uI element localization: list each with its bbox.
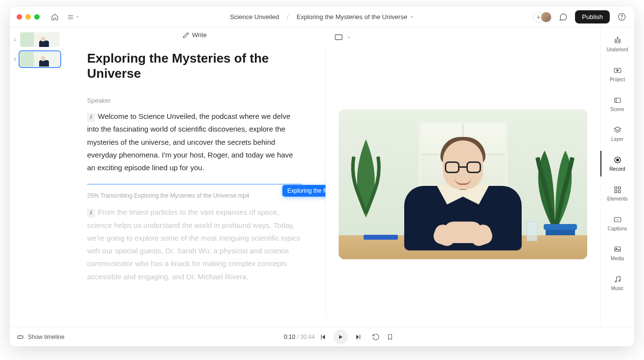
- script-editor[interactable]: Write Exploring the Mysteries of the Uni…: [64, 27, 325, 327]
- sidebar-item-layer[interactable]: Layer: [600, 124, 634, 144]
- minimize-window[interactable]: [25, 14, 31, 20]
- chevron-down-icon: [410, 15, 414, 19]
- svg-rect-31: [321, 335, 322, 339]
- scene-thumbnail-image: [20, 52, 60, 67]
- maximize-window[interactable]: [34, 14, 40, 20]
- scene-thumbnail-image: [20, 32, 60, 47]
- play-button[interactable]: [333, 330, 348, 344]
- sidebar-item-captions[interactable]: A Captions: [600, 213, 634, 233]
- skip-forward-button[interactable]: [351, 330, 366, 344]
- svg-marker-33: [356, 335, 359, 339]
- svg-rect-21: [618, 191, 621, 193]
- scene-number: 1: [14, 37, 18, 42]
- scene-thumbnail-2[interactable]: 2: [14, 52, 60, 67]
- skip-back-icon: [320, 334, 326, 340]
- slash-marker[interactable]: /: [87, 209, 95, 218]
- home-button[interactable]: [48, 11, 61, 23]
- svg-rect-5: [335, 35, 342, 40]
- preview-body: [334, 42, 592, 327]
- scene-number: 2: [14, 57, 18, 62]
- media-icon: [613, 245, 622, 254]
- editor-mode-write[interactable]: Write: [182, 31, 207, 39]
- close-window[interactable]: [17, 14, 22, 20]
- duration: 30:44: [300, 334, 315, 340]
- transcript-paragraph-2[interactable]: /From the tiniest particles to the vast …: [87, 206, 302, 283]
- topbar-right: + Publish: [533, 10, 627, 23]
- svg-rect-34: [360, 335, 360, 339]
- svg-rect-28: [18, 336, 23, 338]
- breadcrumb-current[interactable]: Exploring the Mysteries of the Universe: [297, 13, 414, 21]
- sidebar-label: Underlord: [607, 47, 628, 52]
- video-preview[interactable]: [339, 110, 587, 259]
- layers-icon: [613, 126, 622, 135]
- music-icon: [613, 275, 622, 284]
- sidebar-label: Record: [609, 166, 625, 172]
- write-tab-label: Write: [192, 31, 207, 39]
- svg-point-27: [619, 280, 620, 282]
- preview-layout-selector[interactable]: [334, 32, 592, 42]
- playback-controls: [316, 330, 366, 344]
- svg-marker-15: [614, 127, 621, 131]
- sidebar-label: Scene: [610, 107, 624, 112]
- center-panels: Write Exploring the Mysteries of the Uni…: [64, 27, 600, 327]
- breadcrumb-current-label: Exploring the Mysteries of the Universe: [297, 13, 407, 21]
- sidebar-item-media[interactable]: Media: [600, 243, 634, 263]
- loop-icon: [372, 333, 380, 341]
- sidebar-item-underlord[interactable]: Underlord: [600, 34, 634, 54]
- chevron-down-icon: [75, 15, 80, 19]
- slash-marker[interactable]: /: [87, 113, 95, 122]
- sidebar-label: Captions: [608, 226, 627, 231]
- document-title[interactable]: Exploring the Mysteries of the Universe: [87, 51, 302, 81]
- speaker-label: Speaker: [87, 97, 302, 104]
- bottom-bar: Show timeline 0:10 / 30:44: [10, 327, 634, 346]
- breadcrumb-separator: /: [287, 13, 289, 21]
- bookmark-button[interactable]: [387, 333, 393, 341]
- svg-point-7: [616, 41, 617, 42]
- loop-button[interactable]: [372, 333, 380, 341]
- chat-icon: [559, 13, 568, 22]
- skip-back-button[interactable]: [316, 330, 330, 344]
- play-icon: [338, 334, 344, 340]
- transcribe-status: 25% Transcribing Exploring the Mysteries…: [87, 192, 302, 199]
- sidebar-label: Elements: [607, 196, 628, 202]
- svg-rect-13: [615, 98, 621, 103]
- sidebar-label: Music: [611, 286, 623, 291]
- publish-button[interactable]: Publish: [575, 10, 610, 23]
- scene-thumbnail-1[interactable]: 1: [14, 32, 60, 47]
- sidebar-item-scene[interactable]: Scene: [600, 94, 634, 114]
- right-sidebar: Underlord Project Scene Layer Record Ele…: [600, 27, 634, 327]
- show-timeline-button[interactable]: Show timeline: [17, 333, 65, 340]
- user-avatar[interactable]: [541, 12, 552, 22]
- svg-point-17: [616, 159, 619, 161]
- sidebar-item-project[interactable]: Project: [600, 64, 634, 84]
- main-menu-button[interactable]: [64, 12, 83, 22]
- sidebar-label: Media: [611, 256, 624, 261]
- scene-icon: [613, 96, 622, 105]
- drag-clip-tooltip: Exploring the Mysteries of the Universe.…: [282, 185, 325, 197]
- svg-marker-12: [617, 69, 619, 72]
- help-icon: [618, 13, 626, 21]
- topbar: Science Unveiled / Exploring the Mysteri…: [10, 7, 634, 27]
- comments-button[interactable]: [557, 11, 569, 23]
- collaborators: +: [533, 12, 552, 22]
- svg-point-26: [615, 281, 616, 282]
- video-icon: [613, 66, 622, 75]
- transcript-paragraph-1[interactable]: /Welcome to Science Unveiled, the podcas…: [87, 110, 302, 174]
- svg-point-4: [621, 19, 622, 19]
- sidebar-label: Layer: [611, 136, 623, 142]
- svg-text:A: A: [616, 218, 618, 221]
- svg-marker-30: [322, 335, 325, 339]
- transcript-text: Welcome to Science Unveiled, the podcast…: [87, 112, 293, 172]
- playback-extra: [372, 333, 393, 341]
- sidebar-item-record[interactable]: Record: [600, 154, 634, 174]
- mac-traffic-lights: [17, 14, 40, 20]
- robot-icon: [613, 36, 622, 45]
- sidebar-item-music[interactable]: Music: [600, 273, 634, 293]
- help-button[interactable]: [616, 11, 627, 23]
- breadcrumb-project[interactable]: Science Unveiled: [230, 13, 279, 21]
- sidebar-label: Project: [610, 77, 625, 82]
- svg-marker-32: [339, 335, 343, 339]
- sidebar-item-elements[interactable]: Elements: [600, 183, 634, 203]
- insertion-marker: [87, 184, 302, 184]
- svg-rect-19: [618, 187, 621, 189]
